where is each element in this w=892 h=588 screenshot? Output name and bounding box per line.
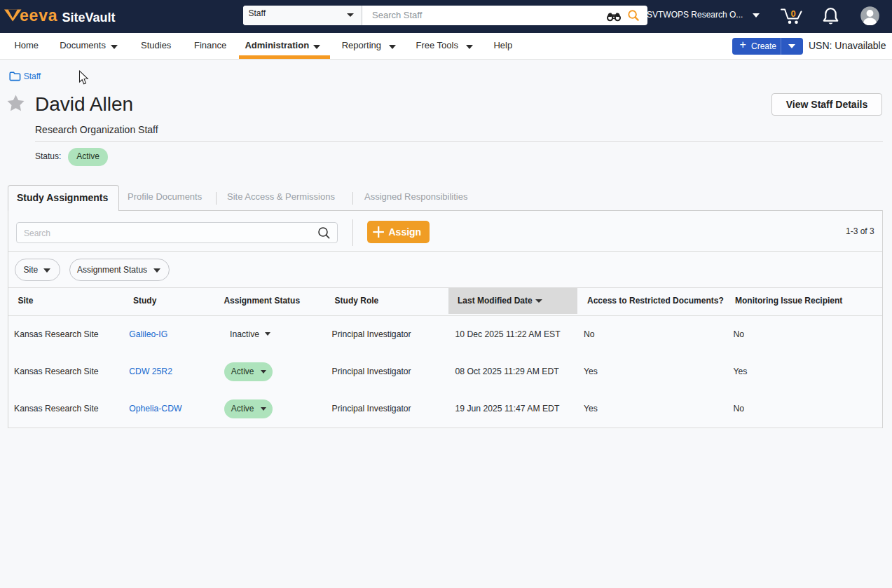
svg-text:0: 0 [791, 8, 796, 19]
svg-text:eeva: eeva [20, 6, 57, 25]
svg-text:SiteVault: SiteVault [62, 11, 116, 25]
